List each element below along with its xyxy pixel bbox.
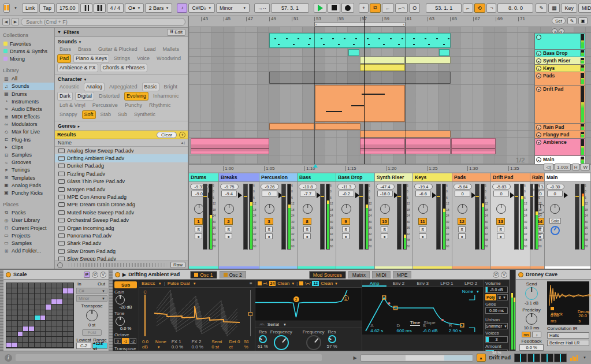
- library-item[interactable]: ⊞ Templates: [3, 174, 54, 181]
- arm-button[interactable]: ●: [265, 233, 273, 239]
- track-header[interactable]: ▾ Ambience: [534, 138, 585, 155]
- arm-button[interactable]: ●: [195, 233, 202, 239]
- arrangement-clip[interactable]: [315, 85, 405, 122]
- main-solo-button[interactable]: Solo: [549, 218, 561, 224]
- tab-midi[interactable]: MIDI: [372, 271, 391, 278]
- env-tab[interactable]: LFO 1: [435, 280, 459, 287]
- arrangement-clip[interactable]: [269, 72, 451, 84]
- track-header[interactable]: [534, 33, 585, 49]
- wavetable-position-slider[interactable]: [249, 290, 252, 336]
- filters-edit-button[interactable]: ⠿ Edit: [167, 29, 185, 36]
- tone-knob[interactable]: [116, 317, 125, 326]
- arrangement-clip[interactable]: [360, 64, 405, 71]
- track-activator-button[interactable]: 12: [458, 218, 466, 225]
- genres-filter-section[interactable]: Genres ►: [55, 121, 188, 131]
- filter2-marker[interactable]: 2: [293, 296, 299, 302]
- track-unfold-icon[interactable]: ▸: [536, 132, 541, 138]
- fader-slot[interactable]: [203, 184, 207, 250]
- sound-tag[interactable]: Chords & Phrases: [101, 64, 147, 72]
- track-header[interactable]: ▸ Rain Pad: [534, 123, 585, 131]
- pan-knob[interactable]: [224, 204, 234, 214]
- library-item[interactable]: ≣ MIDI Effects: [3, 113, 54, 121]
- solo-button[interactable]: S: [419, 226, 426, 232]
- mixer-strip[interactable]: Keys -19.4 -6.6 11 S ● 6 0 6 12 18 24 30…: [413, 173, 452, 269]
- track-unfold-icon[interactable]: ▸: [536, 51, 541, 56]
- wavetable-position-value[interactable]: 51 %: [244, 339, 251, 350]
- peak-level-display[interactable]: -47.4: [376, 184, 395, 190]
- track-header[interactable]: ▸ Synth Riser: [534, 57, 585, 64]
- fold-button[interactable]: Fold: [82, 329, 102, 336]
- unison-mode-dropdown[interactable]: Shimmer▼: [485, 323, 508, 329]
- device-scrollbar[interactable]: [360, 354, 473, 362]
- arrangement-clip[interactable]: [439, 49, 449, 56]
- send-value[interactable]: -3.1 dB: [517, 300, 546, 306]
- set-button[interactable]: Set: [552, 17, 566, 24]
- character-tag[interactable]: Analog: [84, 83, 104, 91]
- library-item[interactable]: ≈ Grooves: [3, 159, 54, 166]
- character-tag[interactable]: Acoustic: [58, 83, 81, 91]
- sub-osc-button[interactable]: Sub: [114, 281, 137, 288]
- pan-knob[interactable]: [303, 204, 313, 214]
- scale-grid[interactable]: [6, 283, 74, 348]
- character-tag[interactable]: Basic: [143, 83, 159, 91]
- tone-value[interactable]: 0.0 %: [114, 326, 137, 331]
- track-unfold-icon[interactable]: ▸: [536, 125, 541, 130]
- device-chain-minimap[interactable]: [514, 354, 567, 362]
- peak-level-display[interactable]: -19.4: [414, 184, 433, 190]
- beat-time-ruler[interactable]: 43 45 47 49 51 53 55 57 59 61 63 65 67 6…: [189, 16, 591, 27]
- osc-gain-value[interactable]: 0.0 dB: [142, 339, 152, 350]
- result-item[interactable]: Panorama Pad.adv: [55, 232, 188, 239]
- wavetable-list-icon[interactable]: ≡: [250, 281, 252, 286]
- mixer-track-name[interactable]: Drift Pad: [491, 173, 530, 182]
- track-activator-button[interactable]: 1: [194, 218, 203, 225]
- nudge-left-button[interactable]: ◂: [552, 28, 557, 34]
- peak-level-display[interactable]: -5.84: [454, 184, 472, 190]
- fader-slot[interactable]: [281, 184, 286, 250]
- library-item[interactable]: ≠ Tunings: [3, 166, 54, 174]
- lowest-field[interactable]: C-2: [76, 343, 91, 349]
- volume-field[interactable]: -18.0: [377, 191, 393, 196]
- mixer-track-name[interactable]: Drums: [189, 173, 218, 182]
- raw-button[interactable]: Raw: [170, 262, 185, 268]
- library-item[interactable]: ∾ Modulators: [3, 121, 54, 128]
- scale-note-cell[interactable]: [63, 288, 68, 293]
- scale-note-cell[interactable]: [29, 326, 34, 331]
- nudge-down-button[interactable]: [80, 3, 92, 13]
- device-view-fold-button[interactable]: ▲: [477, 354, 486, 362]
- filter2-slope-badge[interactable]: 12: [312, 281, 319, 286]
- volume-field[interactable]: -7.7: [300, 191, 315, 196]
- result-item[interactable]: Drifting Ambient Pad.adv: [55, 154, 188, 162]
- arm-button[interactable]: ●: [458, 233, 466, 239]
- stop-button[interactable]: [328, 3, 340, 13]
- poly-mode-button[interactable]: Poly: [485, 294, 496, 300]
- arrangement-position-field[interactable]: 57. 3. 1: [271, 3, 309, 13]
- mixer-track-name[interactable]: Rain P: [530, 173, 544, 182]
- sound-tag[interactable]: Woodwind: [155, 55, 183, 62]
- fader-slot[interactable]: [320, 184, 325, 250]
- filter2-toggle[interactable]: [299, 281, 303, 285]
- add-filter-button[interactable]: +: [179, 132, 185, 138]
- hotswap-icon[interactable]: ⇄: [84, 272, 90, 278]
- filter2-type-dropdown[interactable]: Clean▼: [321, 281, 338, 286]
- track-activator-button[interactable]: 9: [341, 218, 350, 225]
- session-record-button[interactable]: O: [409, 3, 420, 13]
- character-tag[interactable]: Rhythmic: [147, 102, 173, 109]
- play-button[interactable]: [314, 3, 326, 13]
- volume-field[interactable]: -5.0 dB: [485, 287, 508, 293]
- tab-mod-sources[interactable]: Mod Sources: [309, 271, 346, 278]
- sound-tag[interactable]: Ambience & FX: [58, 64, 98, 72]
- attack-field[interactable]: A4.62 s: [370, 323, 396, 333]
- predelay-value[interactable]: 10.0 ms: [517, 325, 546, 330]
- sound-tag[interactable]: Mallets: [161, 46, 181, 53]
- overdub-button[interactable]: +: [359, 3, 369, 13]
- tab-osc2[interactable]: Osc 2: [220, 271, 246, 278]
- volume-field[interactable]: -6.6: [415, 191, 431, 196]
- nudge-right-button[interactable]: ▸: [559, 28, 564, 34]
- time-ruler[interactable]: 1:00 1:05 1:10 1:15 1:20 1:25 1:30 1:35 …: [189, 164, 591, 172]
- character-tag[interactable]: Sub: [116, 111, 129, 118]
- meter-caret-icon[interactable]: ▼: [583, 356, 586, 359]
- punch-region-button[interactable]: ⌐¬: [395, 3, 408, 13]
- device-on-toggle[interactable]: [115, 272, 120, 277]
- sound-tag[interactable]: Lead: [143, 46, 158, 53]
- result-item[interactable]: Slow Drown Pad.adg: [55, 247, 188, 255]
